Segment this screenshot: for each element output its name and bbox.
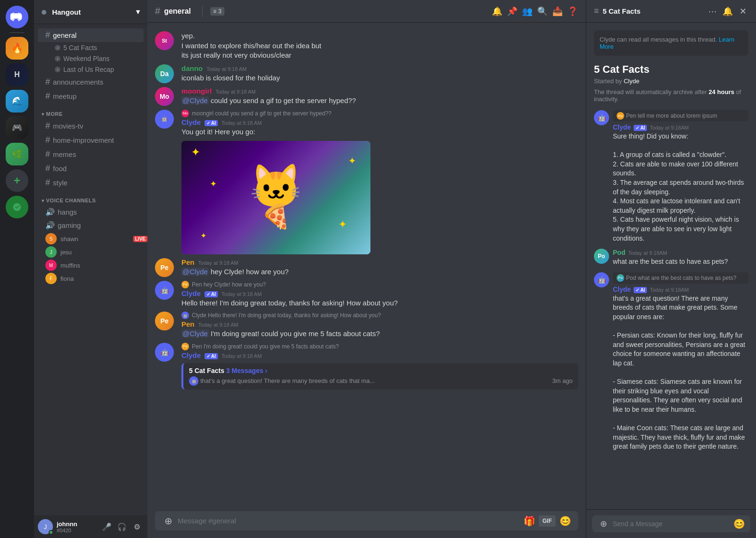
voice-channel-hangs[interactable]: 🔊 hangs: [38, 206, 144, 218]
thread-item-last-of-us[interactable]: › Last of Us Recap: [38, 64, 144, 75]
thread-close-button[interactable]: ✕: [737, 6, 748, 17]
mention-clyde-3[interactable]: @Clyde: [181, 330, 209, 338]
channel-header: # general ≡ 3 🔔 📌 👥 🔍 📥 ❓: [147, 0, 586, 23]
message-author-clyde-2[interactable]: Clyde: [181, 289, 201, 297]
thread-messages-count[interactable]: 3 Messages ›: [226, 367, 267, 374]
avatar-danno: Da: [155, 64, 174, 83]
channel-item-meetup[interactable]: # meetup: [38, 89, 144, 103]
gif-button[interactable]: GIF: [539, 515, 556, 527]
user-avatar[interactable]: J: [38, 519, 53, 534]
voice-channel-label-gaming: gaming: [58, 221, 81, 229]
message-author-pen-2[interactable]: Pen: [181, 320, 195, 328]
thread-bell-button[interactable]: 🔔: [722, 6, 733, 17]
voice-user-name-muffins: muffins: [60, 262, 80, 269]
avatar-container-danno: Da: [155, 64, 174, 83]
thread-more-button[interactable]: ⋯: [707, 6, 718, 17]
server-icon-5[interactable]: 🌿: [6, 143, 28, 165]
voice-channel-gaming[interactable]: 🔊 gaming: [38, 219, 144, 232]
user-name: johnnn: [57, 521, 100, 528]
channel-item-food[interactable]: # food: [38, 162, 144, 175]
voice-icon-gaming: 🔊: [45, 221, 55, 230]
message-author-danno[interactable]: danno: [181, 64, 203, 72]
chat-input-wrapper: ⊕ 🎁 GIF 😊: [155, 511, 578, 530]
list-item: 🤖 Pe Pen tell me more about lorem ipsum …: [594, 110, 748, 243]
channel-hash-icon: #: [155, 6, 160, 17]
messages-area[interactable]: St yep. I wanted to explore this/hear ou…: [147, 23, 586, 503]
add-attachment-button[interactable]: ⊕: [163, 515, 174, 527]
server-icon-1[interactable]: 🔥: [6, 37, 28, 60]
emoji-button[interactable]: 😊: [559, 515, 571, 527]
thread-messages-area[interactable]: Clyde can read all messages in this thre…: [586, 23, 756, 509]
thread-ai-badge-2: ✓AI: [634, 287, 647, 293]
thread-msg-author-pod[interactable]: Pod: [613, 249, 625, 256]
thread-msg-content-pod: Pod Today at 9:18AM what are the best ca…: [613, 249, 748, 267]
thread-input[interactable]: [613, 515, 730, 532]
thread-add-button[interactable]: ⊕: [598, 518, 609, 529]
voice-user-jesu[interactable]: J jesu: [45, 245, 147, 259]
chat-input[interactable]: [178, 511, 520, 530]
thread-item-weekend-plans[interactable]: › Weekend Plans: [38, 53, 144, 64]
add-server-button[interactable]: +: [6, 169, 28, 192]
thread-item-cat-facts[interactable]: › 5 Cat Facts: [38, 43, 144, 53]
hash-icon-movies: #: [45, 121, 50, 131]
message-author-clyde-1[interactable]: Clyde: [181, 118, 201, 126]
user-tag: #0420: [57, 528, 100, 533]
hash-icon-home: #: [45, 135, 50, 145]
voice-user-shawn[interactable]: S shawn LIVE: [45, 232, 147, 245]
table-row: Pe Pen Today at 9:18 AM @Clyde hey Clyde…: [155, 257, 578, 278]
message-content-pen-2: 🤖 Clyde Hello there! I'm doing great tod…: [181, 312, 578, 339]
voice-section-header[interactable]: ▾ VOICE CHANNELS: [34, 190, 147, 205]
check-icon-t2: ✓: [636, 287, 639, 293]
channel-item-style[interactable]: # style: [38, 176, 144, 190]
thread-start-by: Started by Clyde: [594, 78, 748, 85]
message-author-clyde-3[interactable]: Clyde: [181, 351, 201, 359]
ai-badge-clyde-1: ✓AI: [205, 120, 218, 126]
thread-name: 5 Cat Facts: [189, 367, 224, 374]
message-text-pen-2: @Clyde I'm doing great! could you give m…: [181, 329, 578, 339]
inbox-icon[interactable]: 📥: [552, 6, 563, 17]
message-content-danno: danno Today at 9:18 AM iconlab is closed…: [181, 64, 578, 83]
message-author-pen-1[interactable]: Pen: [181, 258, 195, 266]
pin-icon[interactable]: 📌: [507, 6, 518, 17]
channel-item-general[interactable]: # general: [38, 28, 144, 42]
more-section-header[interactable]: ▾ MORE: [34, 104, 147, 119]
server-icon-3[interactable]: 🌊: [6, 90, 28, 113]
reply-content-moongirl: moongirl could you send a gif to get the…: [192, 110, 332, 117]
message-author-moongirl[interactable]: moongirl: [181, 87, 212, 95]
voice-user-muffins[interactable]: M muffins: [45, 259, 147, 272]
channel-item-memes[interactable]: # memes: [38, 148, 144, 161]
check-icon: ✓: [206, 121, 210, 126]
mute-button[interactable]: 🎤: [100, 520, 113, 533]
notification-bell-icon[interactable]: 🔔: [491, 6, 503, 17]
message-timestamp-clyde-3: Today at 9:18 AM: [222, 353, 262, 359]
deafen-button[interactable]: 🎧: [115, 520, 129, 533]
chat-input-area: ⊕ 🎁 GIF 😊: [147, 503, 586, 538]
thread-emoji-button[interactable]: 😊: [733, 518, 745, 529]
thread-label-cat-facts: 5 Cat Facts: [63, 44, 97, 52]
thread-msg-header-clyde-2: Clyde ✓AI Today at 9:18AM: [613, 286, 748, 293]
gift-button[interactable]: 🎁: [524, 515, 535, 527]
thread-count-badge[interactable]: ≡ 3: [210, 7, 224, 16]
mention-clyde-1[interactable]: @Clyde: [181, 96, 209, 104]
help-icon[interactable]: ❓: [567, 6, 578, 17]
channel-item-announcements[interactable]: # announcements: [38, 75, 144, 89]
mention-clyde-2[interactable]: @Clyde: [181, 268, 209, 276]
search-icon[interactable]: 🔍: [537, 6, 548, 17]
thread-msg-text-pod: what are the best cats to have as pets?: [613, 257, 748, 267]
settings-button[interactable]: ⚙: [130, 520, 144, 533]
voice-user-fiona[interactable]: F fiona: [45, 272, 147, 285]
thread-preview[interactable]: 5 Cat Facts 3 Messages › 🤖 that's a grea…: [181, 363, 578, 390]
list-item: 🤖 Po Pod what are the best cats to have …: [594, 272, 748, 451]
check-icon-3: ✓: [206, 354, 210, 359]
members-icon[interactable]: 👥: [522, 6, 533, 17]
thread-msg-author-clyde-1[interactable]: Clyde: [613, 123, 631, 131]
voice-section-label: VOICE CHANNELS: [46, 198, 96, 203]
thread-msg-author-clyde-2[interactable]: Clyde: [613, 286, 631, 293]
server-header[interactable]: Hangout ▾: [34, 0, 147, 24]
channel-item-movies-tv[interactable]: # movies-tv: [38, 119, 144, 133]
discord-home-button[interactable]: [6, 6, 28, 28]
server-icon-2[interactable]: H: [6, 63, 28, 86]
channel-item-home-improvement[interactable]: # home-improvement: [38, 133, 144, 147]
server-icon-explore[interactable]: [6, 196, 28, 218]
server-icon-4[interactable]: 🎮: [6, 116, 28, 139]
